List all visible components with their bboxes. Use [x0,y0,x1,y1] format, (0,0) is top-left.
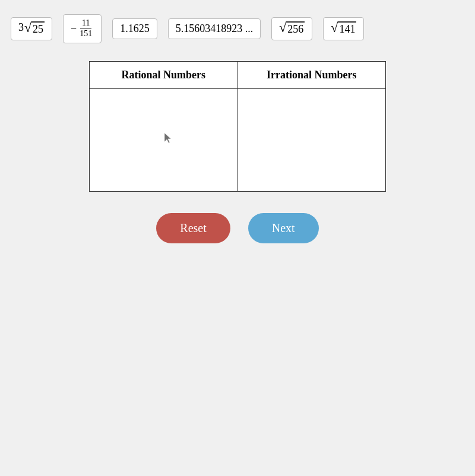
svg-marker-0 [164,133,171,143]
radical-3sqrt25: 3 √ 25 [18,21,45,36]
tile-5point156[interactable]: 5.15603418923 ... [168,18,261,39]
sqrt-symbol: √ [24,21,31,34]
decimal-1point1625: 1.1625 [120,23,150,35]
rational-numbers-header: Rational Numbers [90,61,238,88]
sqrt-symbol-256: √ [279,21,286,34]
tile-sqrt141[interactable]: √ 141 [323,17,364,40]
tile-sqrt256[interactable]: √ 256 [271,17,312,40]
radical-sqrt141: √ 141 [331,21,356,36]
tile-1point1625[interactable]: 1.1625 [112,18,157,39]
numerator-11: 11 [80,18,91,29]
sqrt-symbol-141: √ [331,21,338,34]
tiles-area: 3 √ 25 − 11 151 1.1625 5.15603418923 ...… [0,0,475,54]
rational-drop-zone[interactable] [90,88,238,191]
reset-button[interactable]: Reset [156,213,230,243]
buttons-row: Reset Next [0,213,475,243]
denominator-151: 151 [78,29,94,39]
coeff-3: 3 [18,21,24,34]
decimal-5point156: 5.15603418923 ... [176,23,254,35]
tile-neg-fraction[interactable]: − 11 151 [63,14,102,43]
irrational-numbers-header: Irrational Numbers [238,61,386,88]
irrational-drop-zone[interactable] [238,88,386,191]
minus-sign: − [71,23,77,35]
fraction-11-151: 11 151 [78,18,94,39]
cursor-icon [163,132,172,144]
table-container: Rational Numbers Irrational Numbers [0,61,475,192]
tile-3sqrt25[interactable]: 3 √ 25 [11,17,52,40]
next-button[interactable]: Next [248,213,319,243]
radicand-25: 25 [31,21,45,36]
radicand-141: 141 [338,21,356,36]
radicand-256: 256 [286,21,305,36]
radical-sqrt256: √ 256 [279,21,305,36]
sort-table: Rational Numbers Irrational Numbers [89,61,386,192]
